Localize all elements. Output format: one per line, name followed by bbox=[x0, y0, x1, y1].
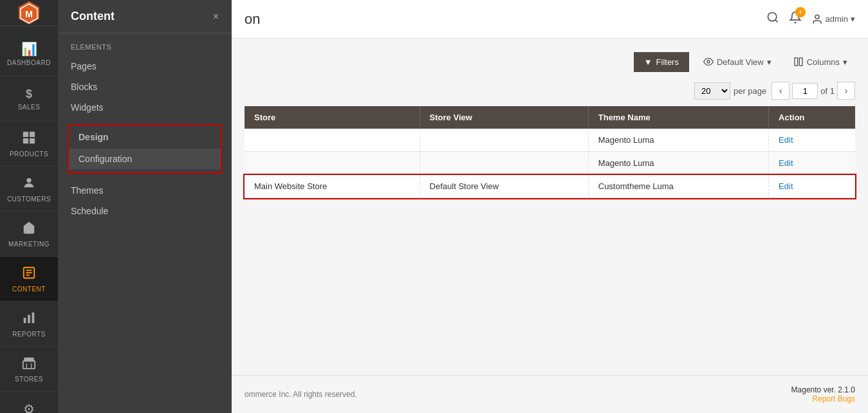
flyout-close-button[interactable]: × bbox=[213, 11, 219, 23]
svg-rect-22 bbox=[795, 58, 798, 66]
page-nav: ‹ of 1 › bbox=[771, 82, 855, 100]
action-cell: Edit bbox=[769, 129, 855, 152]
footer: ommerce Inc. All rights reserved. Magent… bbox=[232, 375, 868, 413]
sidebar-item-sales[interactable]: $ SALES bbox=[0, 77, 58, 122]
action-cell: Edit bbox=[769, 175, 855, 198]
flyout-title: Content bbox=[71, 10, 115, 23]
footer-right: Magento ver. 2.1.0 Report Bugs bbox=[791, 385, 855, 403]
sidebar-item-marketing[interactable]: MARKETING bbox=[0, 212, 58, 257]
table-row: Magento Luma Edit bbox=[245, 129, 855, 152]
products-icon bbox=[22, 131, 36, 148]
columns-label: Columns bbox=[807, 57, 840, 67]
sidebar-item-reports[interactable]: REPORTS bbox=[0, 302, 58, 347]
sidebar-item-reports-label: REPORTS bbox=[12, 331, 46, 338]
per-page-dropdown[interactable]: 20 50 100 200 bbox=[694, 82, 730, 100]
sidebar-item-products[interactable]: PRODUCTS bbox=[0, 122, 58, 167]
sidebar-item-products-label: PRODUCTS bbox=[10, 151, 48, 158]
svg-rect-4 bbox=[30, 131, 35, 136]
edit-link[interactable]: Edit bbox=[779, 181, 793, 191]
sidebar-item-customers-label: CUSTOMERS bbox=[7, 196, 51, 203]
customers-icon bbox=[22, 176, 36, 193]
store-view-cell bbox=[420, 152, 588, 175]
svg-point-21 bbox=[707, 60, 710, 63]
current-page-input[interactable] bbox=[792, 83, 818, 99]
content-body: ▼ Filters Default View ▾ Columns ▾ 20 50… bbox=[232, 39, 868, 375]
action-cell: Edit bbox=[769, 152, 855, 175]
col-store: Store bbox=[245, 106, 420, 129]
theme-name-cell: Customtheme Luma bbox=[588, 175, 768, 198]
view-chevron-icon: ▾ bbox=[767, 57, 771, 67]
main-area: on 4 admin ▾ ▼ Filters bbox=[232, 0, 868, 413]
store-cell: Main Website Store bbox=[245, 175, 420, 198]
admin-user-button[interactable]: admin ▾ bbox=[811, 14, 855, 25]
sidebar-item-dashboard[interactable]: 📊 DASHBOARD bbox=[0, 32, 58, 77]
store-view-cell: Default Store View bbox=[420, 175, 588, 198]
table-row-highlighted: Main Website Store Default Store View Cu… bbox=[245, 175, 855, 198]
flyout-elements-section: Elements bbox=[58, 33, 232, 56]
theme-name-cell: Magento Luma bbox=[588, 152, 768, 175]
sidebar: M 📊 DASHBOARD $ SALES PRODUCTS CUSTOMERS… bbox=[0, 0, 58, 413]
notifications-icon[interactable]: 4 bbox=[789, 11, 802, 27]
svg-point-7 bbox=[26, 178, 31, 182]
edit-link[interactable]: Edit bbox=[779, 135, 793, 145]
flyout-link-pages[interactable]: Pages bbox=[58, 56, 232, 77]
svg-rect-5 bbox=[23, 138, 28, 143]
page-title: on bbox=[245, 11, 260, 28]
svg-rect-12 bbox=[24, 318, 26, 323]
store-cell bbox=[245, 152, 420, 175]
store-view-cell bbox=[420, 129, 588, 152]
copyright-text: ommerce Inc. All rights reserved. bbox=[245, 390, 357, 399]
flyout-link-themes[interactable]: Themes bbox=[58, 180, 232, 201]
flyout-link-configuration[interactable]: Configuration bbox=[69, 149, 221, 169]
footer-version: Magento ver. 2.1.0 bbox=[791, 385, 855, 394]
logo: M bbox=[0, 0, 58, 26]
flyout-link-blocks[interactable]: Blocks bbox=[58, 77, 232, 97]
sidebar-item-marketing-label: MARKETING bbox=[8, 241, 50, 248]
col-theme-name: Theme Name bbox=[588, 106, 768, 129]
content-icon bbox=[22, 266, 36, 283]
svg-text:M: M bbox=[25, 9, 33, 19]
svg-rect-13 bbox=[28, 315, 30, 323]
svg-line-19 bbox=[775, 20, 777, 23]
sidebar-item-content[interactable]: CONTENT bbox=[0, 257, 58, 302]
svg-rect-3 bbox=[23, 131, 28, 136]
store-cell bbox=[245, 129, 420, 152]
design-section: Design Configuration bbox=[68, 124, 222, 174]
prev-page-button[interactable]: ‹ bbox=[771, 82, 790, 100]
table-row: Magento Luma Edit bbox=[245, 152, 855, 175]
per-page-select: 20 50 100 200 per page bbox=[694, 82, 766, 100]
columns-button[interactable]: Columns ▾ bbox=[786, 51, 855, 72]
svg-point-18 bbox=[768, 13, 776, 21]
sidebar-item-stores[interactable]: STORES bbox=[0, 347, 58, 392]
next-page-button[interactable]: › bbox=[837, 82, 855, 100]
table-header-row: Store Store View Theme Name Action bbox=[245, 106, 855, 129]
sidebar-item-customers[interactable]: CUSTOMERS bbox=[0, 167, 58, 212]
reports-icon bbox=[22, 311, 36, 328]
sales-icon: $ bbox=[26, 87, 32, 101]
svg-rect-6 bbox=[30, 138, 35, 143]
filter-button[interactable]: ▼ Filters bbox=[634, 52, 689, 72]
edit-link[interactable]: Edit bbox=[779, 158, 793, 168]
col-store-view: Store View bbox=[420, 106, 588, 129]
flyout-link-widgets[interactable]: Widgets bbox=[58, 97, 232, 118]
sidebar-item-system[interactable]: ⚙ SYSTEM bbox=[0, 392, 58, 413]
header-actions: 4 admin ▾ bbox=[766, 11, 855, 27]
search-icon[interactable] bbox=[766, 11, 779, 27]
system-icon: ⚙ bbox=[23, 401, 35, 413]
svg-rect-14 bbox=[32, 312, 35, 323]
report-bugs-link[interactable]: Report Bugs bbox=[812, 394, 855, 403]
svg-rect-15 bbox=[23, 361, 35, 369]
columns-chevron-icon: ▾ bbox=[843, 57, 847, 67]
svg-point-20 bbox=[815, 15, 819, 19]
flyout-link-schedule[interactable]: Schedule bbox=[58, 201, 232, 221]
flyout-header: Content × bbox=[58, 10, 232, 33]
footer-copyright: ommerce Inc. All rights reserved. bbox=[245, 390, 357, 399]
dashboard-icon: 📊 bbox=[21, 41, 37, 57]
marketing-icon bbox=[22, 221, 36, 238]
flyout-panel: Content × Elements Pages Blocks Widgets … bbox=[58, 0, 232, 413]
view-button[interactable]: Default View ▾ bbox=[696, 51, 779, 72]
per-page-label: per page bbox=[734, 86, 766, 96]
col-action: Action bbox=[769, 106, 855, 129]
design-section-title: Design bbox=[69, 129, 221, 149]
theme-name-cell: Magento Luma bbox=[588, 129, 768, 152]
